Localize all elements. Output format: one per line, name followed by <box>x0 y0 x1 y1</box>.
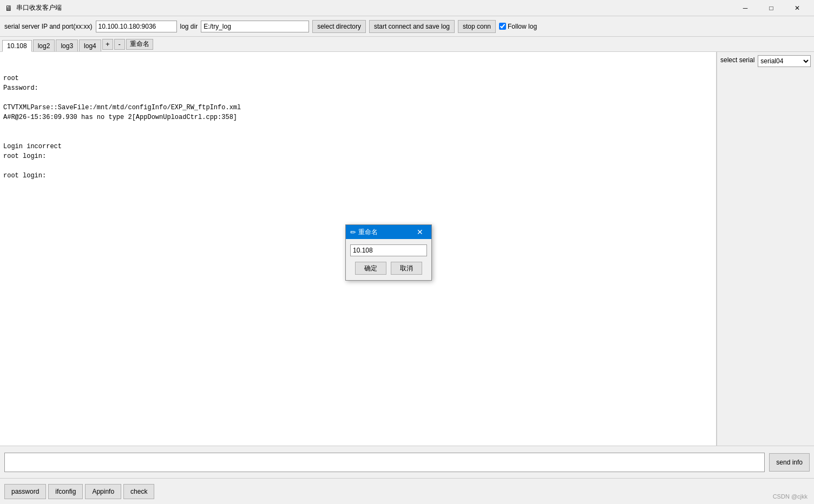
rename-dialog: ✏ 重命名 ✕ 确定 取消 <box>345 224 432 281</box>
dialog-cancel-button[interactable]: 取消 <box>391 262 422 275</box>
dialog-title-bar: ✏ 重命名 ✕ <box>346 225 431 239</box>
dialog-rename-input[interactable] <box>350 244 427 256</box>
dialog-ok-button[interactable]: 确定 <box>355 262 386 275</box>
dialog-title-text: 重命名 <box>358 228 413 237</box>
dialog-overlay: ✏ 重命名 ✕ 确定 取消 <box>0 0 814 504</box>
dialog-body: 确定 取消 <box>346 239 431 280</box>
dialog-buttons: 确定 取消 <box>350 262 427 275</box>
dialog-close-button[interactable]: ✕ <box>413 225 427 239</box>
dialog-title-icon: ✏ <box>350 228 356 236</box>
